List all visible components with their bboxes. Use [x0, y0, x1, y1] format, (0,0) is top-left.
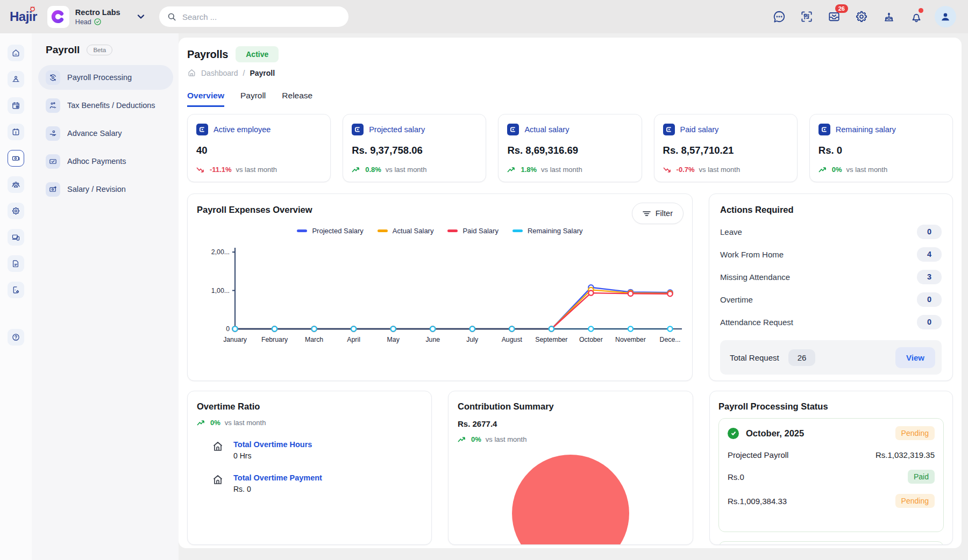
pending-badge: Pending	[895, 494, 935, 508]
filter-icon	[643, 210, 651, 217]
svg-text:April: April	[347, 336, 360, 343]
sidebar-item-label: Adhoc Payments	[67, 157, 126, 166]
paid-badge: Paid	[908, 470, 935, 484]
projected-payroll-row: Projected PayrollRs.1,032,319.35	[728, 450, 935, 460]
rail-item-home[interactable]	[8, 45, 24, 61]
settings-icon[interactable]	[855, 10, 869, 24]
celebration-icon[interactable]	[882, 10, 896, 24]
trend-up-icon	[458, 436, 467, 443]
tab-release[interactable]: Release	[282, 91, 312, 107]
breadcrumb-current: Payroll	[250, 69, 275, 77]
rail-item-employees[interactable]	[8, 71, 24, 88]
contribution-title: Contribution Summary	[458, 401, 684, 412]
stat-value: Rs. 8,69,316.69	[507, 145, 632, 156]
svg-text:0: 0	[226, 325, 230, 333]
sidebar-item-payroll-processing[interactable]: Payroll Processing	[38, 65, 173, 90]
action-row-missing-attendance: Missing Attendance3	[720, 265, 942, 288]
tab-payroll[interactable]: Payroll	[240, 91, 266, 107]
status-title: Payroll Processing Status	[718, 401, 944, 412]
sidebar-item-salary-revision[interactable]: Salary / Revision	[38, 177, 173, 202]
rail-item-devices[interactable]	[8, 229, 24, 246]
legend-item[interactable]: Paid Salary	[447, 227, 498, 235]
breadcrumb-dashboard[interactable]: Dashboard	[201, 69, 238, 77]
wallet-icon	[352, 124, 364, 135]
svg-text:September: September	[535, 336, 567, 343]
sidebar-item-label: Advance Salary	[67, 129, 122, 138]
wallet-icon	[196, 124, 208, 135]
rail-item-schedule[interactable]	[8, 97, 24, 114]
stat-card-active-employee: Active employee 40 -11.1%vs last month	[187, 114, 331, 182]
rail-item-payroll[interactable]	[8, 150, 24, 167]
search-bar[interactable]	[159, 6, 348, 27]
contribution-summary-card: Contribution Summary Rs. 2677.4 0%vs las…	[448, 391, 693, 545]
count-badge: 4	[917, 247, 942, 262]
wallet-icon	[507, 124, 519, 135]
contribution-pie-chart	[512, 455, 629, 545]
legend-item[interactable]: Projected Salary	[297, 227, 363, 235]
svg-text:May: May	[387, 336, 400, 343]
stat-label: Remaining salary	[836, 125, 896, 134]
svg-text:Dece...: Dece...	[660, 336, 681, 343]
check-icon	[728, 428, 739, 439]
svg-text:October: October	[579, 336, 603, 343]
home-icon	[211, 440, 224, 453]
chat-icon[interactable]	[772, 10, 786, 24]
inbox-icon[interactable]: 26	[827, 10, 841, 24]
rail-item-help[interactable]	[8, 329, 24, 346]
search-icon	[167, 12, 176, 22]
wallet-icon	[818, 124, 830, 135]
trend-up-icon	[197, 420, 206, 426]
trend-down-icon	[663, 167, 672, 173]
trend-down-icon	[196, 167, 205, 173]
stat-label: Projected salary	[369, 125, 425, 134]
legend-item[interactable]: Actual Salary	[378, 227, 434, 235]
app-logo[interactable]: Hajir	[10, 9, 40, 24]
sidebar-item-tax-benefits[interactable]: Tax Benefits / Deductions	[38, 93, 173, 118]
status-entry-next	[718, 541, 944, 545]
count-badge: 3	[917, 270, 942, 284]
rail-item-exit[interactable]	[8, 282, 24, 298]
sidebar: Payroll Beta Payroll Processing Tax Bene…	[32, 33, 179, 560]
overtime-ratio-card: Overtime Ratio 0%vs last month Total Ove…	[187, 391, 432, 545]
sidebar-item-label: Salary / Revision	[67, 185, 126, 193]
stat-value: Rs. 0	[818, 145, 944, 156]
search-input[interactable]	[182, 12, 340, 21]
legend-item[interactable]: Remaining Salary	[513, 227, 583, 235]
action-row-attendance-request: Attendance Request0	[720, 311, 942, 333]
inbox-badge: 26	[835, 4, 848, 13]
total-request-count: 26	[788, 349, 816, 366]
svg-text:November: November	[615, 336, 646, 343]
org-role: Head	[75, 18, 91, 26]
payroll-expenses-card: Payroll Expenses Overview Filter Project…	[187, 193, 693, 381]
stat-label: Paid salary	[680, 125, 719, 134]
svg-text:February: February	[261, 336, 288, 343]
stat-value: Rs. 9,37,758.06	[352, 145, 477, 156]
notification-dot	[919, 8, 923, 13]
home-icon	[211, 473, 224, 486]
action-row-wfh: Work From Home4	[720, 243, 942, 265]
stat-value: Rs. 8,57,710.21	[663, 145, 788, 156]
profile-avatar[interactable]	[935, 6, 956, 27]
chart-legend: Projected SalaryActual SalaryPaid Salary…	[197, 227, 683, 235]
sidebar-item-adhoc-payments[interactable]: Adhoc Payments	[38, 149, 173, 174]
total-overtime-hours: Total Overtime Hours0 Hrs	[197, 440, 422, 460]
tax-benefits-icon	[46, 98, 60, 113]
qr-scan-icon[interactable]	[800, 10, 814, 24]
paid-row: Rs.0Paid	[728, 470, 935, 484]
filter-button[interactable]: Filter	[632, 203, 684, 224]
rail-item-leave[interactable]	[8, 124, 24, 140]
stat-value: 40	[196, 145, 322, 156]
svg-text:January: January	[223, 336, 247, 343]
rail-item-teams[interactable]	[8, 176, 24, 193]
tab-overview[interactable]: Overview	[187, 91, 224, 107]
rail-item-settings[interactable]	[8, 203, 24, 219]
topbar: Hajir Rectro Labs Head 26	[0, 0, 968, 33]
chevron-down-icon[interactable]	[136, 11, 146, 22]
view-button[interactable]: View	[895, 347, 935, 368]
payroll-processing-status-card: Payroll Processing Status October, 2025 …	[709, 391, 953, 545]
org-selector[interactable]: Rectro Labs Head	[47, 6, 120, 28]
notifications-icon[interactable]	[909, 10, 923, 24]
rail-item-documents[interactable]	[8, 255, 24, 272]
trend-up-icon	[818, 167, 828, 173]
sidebar-item-advance-salary[interactable]: Advance Salary	[38, 121, 173, 146]
